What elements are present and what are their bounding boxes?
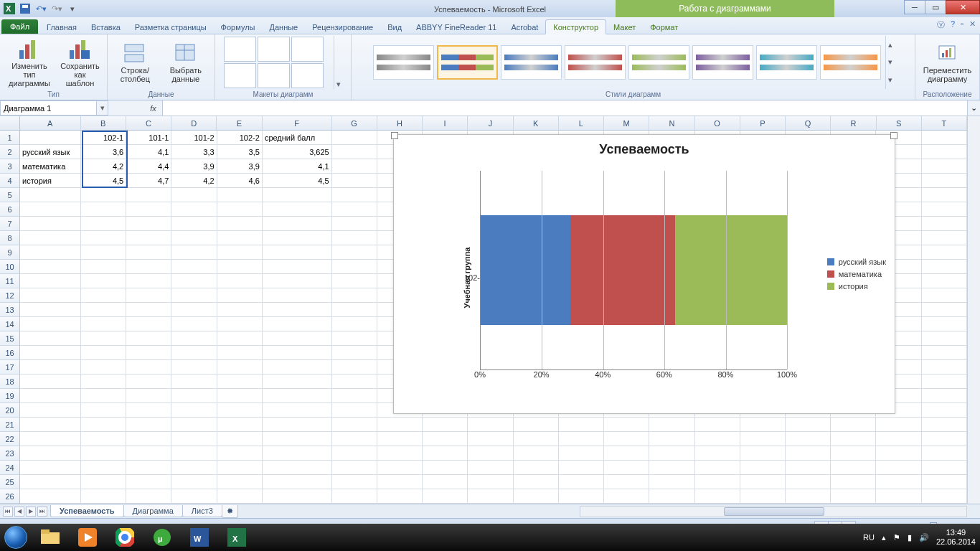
cell[interactable] xyxy=(332,245,377,260)
cell[interactable] xyxy=(217,202,263,217)
cell[interactable] xyxy=(263,245,332,260)
name-box-dropdown-icon[interactable]: ▾ xyxy=(97,100,108,116)
cell[interactable] xyxy=(20,245,81,260)
cell[interactable] xyxy=(171,418,217,432)
layout-thumb[interactable] xyxy=(291,37,324,62)
undo-icon[interactable]: ↶▾ xyxy=(34,2,47,15)
cell[interactable] xyxy=(126,260,171,274)
cell[interactable] xyxy=(171,274,217,288)
cell[interactable]: средний балл xyxy=(263,131,332,145)
cell[interactable] xyxy=(217,360,263,375)
redo-icon[interactable]: ↷▾ xyxy=(50,2,63,15)
cell[interactable] xyxy=(263,489,332,504)
new-sheet-button[interactable]: ✸ xyxy=(222,505,238,518)
cell[interactable] xyxy=(468,446,513,461)
row-header[interactable]: 2 xyxy=(0,145,20,159)
cell[interactable] xyxy=(559,432,604,446)
save-template-button[interactable]: Сохранить как шаблон xyxy=(57,36,103,89)
tab-page-layout[interactable]: Разметка страницы xyxy=(128,20,214,34)
cell[interactable] xyxy=(20,217,81,231)
column-header[interactable]: E xyxy=(217,116,262,130)
cell[interactable] xyxy=(263,418,332,432)
chart-title[interactable]: Успеваемость xyxy=(394,135,895,160)
row-header[interactable]: 11 xyxy=(0,274,20,288)
cell[interactable] xyxy=(604,432,649,446)
cell[interactable] xyxy=(217,288,263,303)
cell[interactable] xyxy=(20,461,81,475)
taskbar-explorer-icon[interactable] xyxy=(33,525,67,550)
row-header[interactable]: 15 xyxy=(0,331,20,346)
styles-up-icon[interactable]: ▴ xyxy=(888,40,892,50)
cell[interactable]: 3,9 xyxy=(171,159,217,174)
column-header[interactable]: J xyxy=(468,116,513,130)
cell[interactable] xyxy=(263,446,332,461)
chart-style-thumb[interactable] xyxy=(501,45,562,80)
cell[interactable] xyxy=(81,274,126,288)
tray-network-icon[interactable]: ▮ xyxy=(908,533,912,542)
chart-style-thumb[interactable] xyxy=(756,45,817,80)
cell[interactable]: 3,625 xyxy=(263,145,332,159)
column-header[interactable]: F xyxy=(263,116,332,130)
cell[interactable] xyxy=(263,375,332,389)
cell[interactable] xyxy=(217,331,263,346)
row-header[interactable]: 1 xyxy=(0,131,20,145)
cell[interactable] xyxy=(332,217,377,231)
cell[interactable] xyxy=(922,202,967,217)
cell[interactable] xyxy=(922,331,967,346)
tab-view[interactable]: Вид xyxy=(380,20,409,34)
cell[interactable] xyxy=(81,317,126,331)
cell[interactable] xyxy=(171,188,217,202)
tab-formulas[interactable]: Формулы xyxy=(214,20,263,34)
cell[interactable] xyxy=(263,274,332,288)
cell[interactable] xyxy=(922,231,967,245)
cell[interactable] xyxy=(263,188,332,202)
cell[interactable]: 4,5 xyxy=(263,174,332,188)
chart-layouts-gallery[interactable] xyxy=(223,36,331,89)
cell[interactable] xyxy=(604,461,649,475)
row-header[interactable]: 17 xyxy=(0,360,20,375)
cell[interactable] xyxy=(81,403,126,418)
sheet-tab[interactable]: Успеваемость xyxy=(50,505,124,517)
cell[interactable]: 4,2 xyxy=(81,159,126,174)
row-header[interactable]: 22 xyxy=(0,432,20,446)
tab-review[interactable]: Рецензирование xyxy=(305,20,380,34)
layouts-more-icon[interactable]: ▾ xyxy=(334,36,344,89)
row-header[interactable]: 16 xyxy=(0,346,20,360)
move-chart-button[interactable]: Переместить диаграмму xyxy=(920,40,975,85)
row-header[interactable]: 7 xyxy=(0,217,20,231)
taskbar-utorrent-icon[interactable]: µ xyxy=(145,525,179,550)
cell[interactable] xyxy=(876,446,921,461)
cell[interactable] xyxy=(740,418,786,432)
tray-up-icon[interactable]: ▴ xyxy=(882,533,886,542)
cell[interactable] xyxy=(332,274,377,288)
row-header[interactable]: 3 xyxy=(0,159,20,174)
cell[interactable] xyxy=(81,202,126,217)
cell[interactable] xyxy=(831,446,876,461)
tab-insert[interactable]: Вставка xyxy=(84,20,128,34)
cell[interactable] xyxy=(831,418,876,432)
cell[interactable] xyxy=(423,475,468,489)
cell[interactable] xyxy=(332,475,377,489)
row-header[interactable]: 14 xyxy=(0,317,20,331)
tray-flag-icon[interactable]: ⚑ xyxy=(893,533,900,542)
cell[interactable] xyxy=(740,432,786,446)
cell[interactable] xyxy=(377,489,423,504)
close-button[interactable]: ✕ xyxy=(946,0,980,14)
cell[interactable] xyxy=(126,231,171,245)
cell[interactable] xyxy=(922,375,967,389)
cell[interactable] xyxy=(81,475,126,489)
cell[interactable] xyxy=(332,489,377,504)
chart-style-thumb[interactable] xyxy=(565,45,626,80)
maximize-button[interactable]: ▭ xyxy=(925,0,946,14)
cell[interactable] xyxy=(649,475,694,489)
cell[interactable] xyxy=(20,432,81,446)
cell[interactable] xyxy=(20,346,81,360)
cell[interactable] xyxy=(20,202,81,217)
cell[interactable] xyxy=(922,346,967,360)
cell[interactable] xyxy=(922,174,967,188)
cell[interactable] xyxy=(559,446,604,461)
cell[interactable] xyxy=(876,489,921,504)
cell[interactable] xyxy=(171,317,217,331)
cell[interactable]: 102-2 xyxy=(217,131,263,145)
legend-item[interactable]: русский язык xyxy=(827,258,886,266)
